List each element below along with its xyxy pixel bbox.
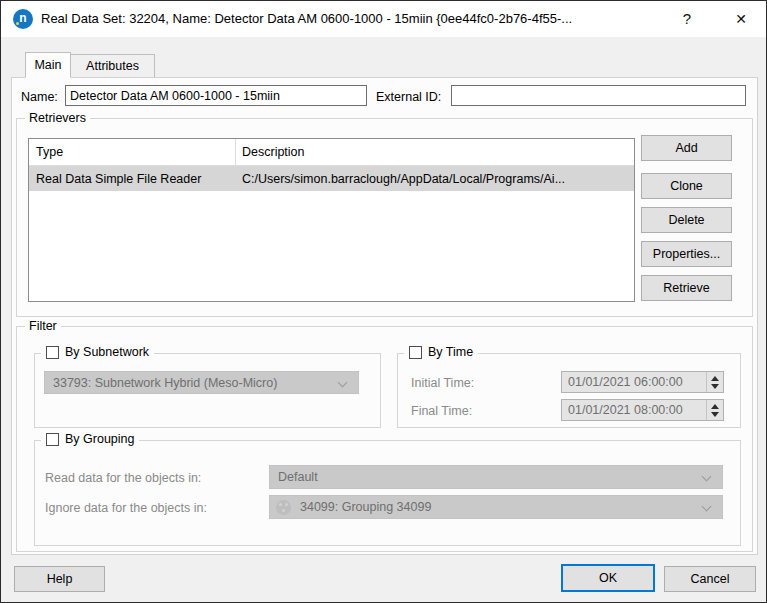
retrieve-button[interactable]: Retrieve: [641, 275, 732, 301]
read-data-dropdown: Default: [269, 465, 723, 489]
chevron-down-icon: [702, 472, 712, 482]
spin-up-icon: [711, 404, 719, 409]
column-header-type[interactable]: Type: [36, 139, 63, 166]
retrievers-legend: Retrievers: [25, 111, 90, 125]
name-input[interactable]: [65, 85, 367, 106]
ignore-data-dropdown: 34099: Grouping 34099: [269, 495, 723, 519]
by-grouping-label: By Grouping: [65, 432, 134, 446]
spinner-icon: [706, 400, 723, 420]
delete-button[interactable]: Delete: [641, 207, 732, 233]
spin-down-icon: [711, 384, 719, 389]
initial-time-label: Initial Time:: [411, 376, 474, 390]
spinner-icon: [706, 372, 723, 392]
app-icon-dot: [16, 22, 19, 25]
read-data-label: Read data for the objects in:: [45, 471, 201, 485]
filter-legend: Filter: [25, 319, 61, 333]
initial-time-spinbox: 01/01/2021 06:00:00: [561, 371, 724, 393]
chevron-down-icon: [338, 378, 348, 388]
title-bar[interactable]: n Real Data Set: 32204, Name: Detector D…: [1, 1, 766, 37]
by-time-checkbox[interactable]: [409, 346, 422, 359]
chevron-down-icon: [702, 502, 712, 512]
retrievers-table: Type Description Real Data Simple File R…: [28, 138, 635, 302]
retrievers-table-header: Type Description: [29, 139, 634, 166]
cell-type: Real Data Simple File Reader: [29, 172, 235, 186]
ignore-data-dropdown-value: 34099: Grouping 34099: [300, 500, 431, 514]
subnetwork-dropdown-value: 33793: Subnetwork Hybrid (Meso-Micro): [53, 376, 277, 390]
subnetwork-dropdown: 33793: Subnetwork Hybrid (Meso-Micro): [44, 371, 359, 394]
by-grouping-checkbox[interactable]: [46, 433, 59, 446]
external-id-input[interactable]: [451, 85, 746, 106]
grouping-icon: [276, 500, 291, 515]
tab-attributes[interactable]: Attributes: [70, 54, 155, 78]
initial-time-value: 01/01/2021 06:00:00: [568, 375, 683, 389]
help-titlebar-button[interactable]: ?: [665, 1, 709, 37]
column-divider: [235, 139, 236, 166]
spin-up-icon: [711, 376, 719, 381]
by-time-label: By Time: [428, 345, 473, 359]
by-subnetwork-checkbox[interactable]: [46, 346, 59, 359]
ok-button[interactable]: OK: [561, 564, 655, 592]
window-title: Real Data Set: 32204, Name: Detector Dat…: [41, 1, 572, 37]
external-id-label: External ID:: [376, 90, 441, 104]
real-data-set-dialog: n Real Data Set: 32204, Name: Detector D…: [0, 0, 767, 603]
ignore-data-label: Ignore data for the objects in:: [45, 501, 207, 515]
tab-main[interactable]: Main: [25, 52, 71, 78]
help-button[interactable]: Help: [14, 566, 105, 592]
close-icon[interactable]: ✕: [717, 1, 765, 37]
table-row[interactable]: Real Data Simple File Reader C:/Users/si…: [29, 166, 634, 191]
clone-button[interactable]: Clone: [641, 173, 732, 199]
app-icon: n: [13, 9, 33, 29]
final-time-value: 01/01/2021 08:00:00: [568, 403, 683, 417]
properties-button[interactable]: Properties...: [641, 241, 732, 267]
read-data-dropdown-value: Default: [278, 470, 318, 484]
cancel-button[interactable]: Cancel: [664, 566, 756, 592]
spin-down-icon: [711, 412, 719, 417]
by-subnetwork-label: By Subnetwork: [65, 345, 149, 359]
by-grouping-groupbox: By Grouping: [34, 440, 741, 546]
name-label: Name:: [21, 90, 58, 104]
column-header-description[interactable]: Description: [242, 139, 305, 166]
app-icon-letter: n: [19, 11, 26, 25]
add-button[interactable]: Add: [641, 135, 732, 161]
final-time-label: Final Time:: [411, 404, 472, 418]
cell-description: C:/Users/simon.barraclough/AppData/Local…: [235, 172, 565, 186]
final-time-spinbox: 01/01/2021 08:00:00: [561, 399, 724, 421]
